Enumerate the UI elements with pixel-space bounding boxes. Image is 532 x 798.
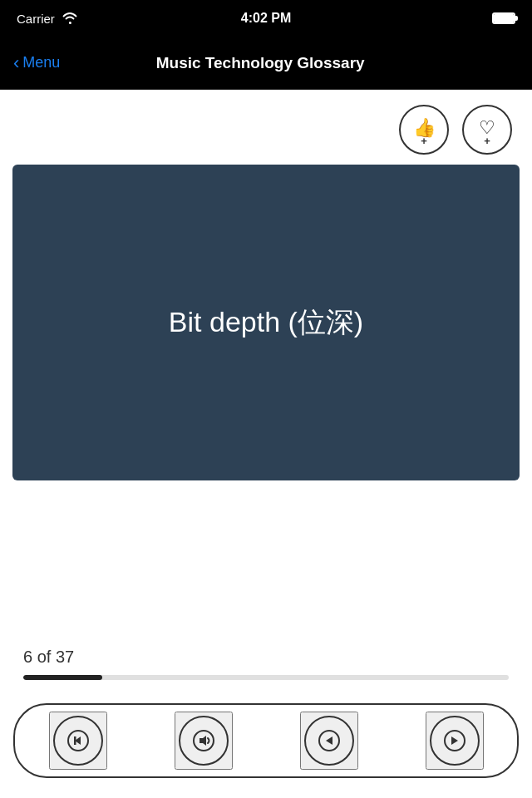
nav-bar: ‹ Menu Music Technology Glossary [0,37,532,90]
prev-button[interactable] [300,712,358,770]
progress-area: 6 of 37 [0,621,532,693]
prev-icon [304,716,354,766]
flashcard-term: Bit depth (位深) [152,287,380,358]
back-label: Menu [22,54,60,71]
carrier-info: Carrier [17,12,78,26]
progress-bar-track [23,675,509,680]
audio-button[interactable] [175,712,233,770]
chevron-left-icon: ‹ [13,54,19,72]
back-button[interactable]: ‹ Menu [13,54,60,72]
status-bar: Carrier 4:02 PM [0,0,532,37]
next-button[interactable] [426,712,484,770]
thumbs-up-button[interactable]: 👍 + [399,105,449,155]
carrier-label: Carrier [17,12,55,26]
first-button[interactable] [49,712,107,770]
battery-fill [494,14,514,22]
next-icon [430,716,480,766]
heart-button[interactable]: ♡ + [462,105,512,155]
first-icon [53,716,103,766]
audio-icon [179,716,229,766]
battery-area [492,12,515,24]
status-time: 4:02 PM [241,11,291,26]
controls-container [13,703,519,778]
content-area: 👍 + ♡ + Bit depth (位深) 6 of 37 [0,90,532,798]
progress-bar-fill [23,675,102,680]
progress-label: 6 of 37 [23,648,509,667]
svg-rect-2 [74,736,76,745]
wifi-icon [62,12,78,25]
page-title: Music Technology Glossary [60,54,519,72]
svg-marker-8 [451,736,458,745]
flashcard: Bit depth (位深) [12,165,520,480]
svg-marker-6 [326,736,332,745]
svg-marker-4 [200,736,206,746]
battery-icon [492,12,515,24]
action-buttons-row: 👍 + ♡ + [0,90,532,165]
